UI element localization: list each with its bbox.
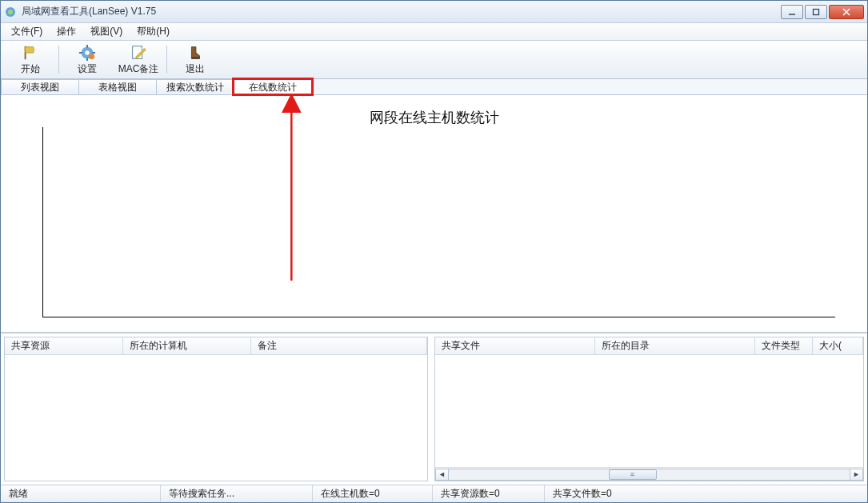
scroll-thumb[interactable]: ≡ <box>609 469 657 480</box>
col-note[interactable]: 备注 <box>251 337 427 354</box>
scroll-right-button[interactable]: ► <box>850 469 863 481</box>
chart-title: 网段在线主机数统计 <box>1 108 867 127</box>
col-directory[interactable]: 所在的目录 <box>595 337 755 354</box>
toolbar-settings-label: 设置 <box>78 62 97 76</box>
minimize-button[interactable] <box>781 5 803 19</box>
shared-resources-panel: 共享资源 所在的计算机 备注 <box>4 337 428 481</box>
col-share-resource[interactable]: 共享资源 <box>5 337 123 354</box>
chart-xaxis <box>42 317 835 317</box>
col-size[interactable]: 大小( <box>813 337 863 354</box>
toolbar-separator <box>58 46 59 74</box>
svg-point-12 <box>89 53 94 58</box>
note-icon <box>130 44 147 62</box>
boot-icon <box>186 44 204 62</box>
menu-operate[interactable]: 操作 <box>50 23 83 40</box>
tab-searchstat[interactable]: 搜索次数统计 <box>156 79 234 94</box>
menu-help[interactable]: 帮助(H) <box>130 23 177 40</box>
svg-point-7 <box>85 50 90 55</box>
toolbar-settings-button[interactable]: 设置 <box>62 42 112 77</box>
tab-listview[interactable]: 列表视图 <box>1 79 79 94</box>
col-file-type[interactable]: 文件类型 <box>755 337 813 354</box>
scroll-track[interactable]: ≡ <box>449 469 850 481</box>
chart-area: 网段在线主机数统计 <box>1 95 867 333</box>
horizontal-scrollbar[interactable]: ◄ ≡ ► <box>435 467 863 481</box>
scroll-left-button[interactable]: ◄ <box>435 469 449 481</box>
toolbar-separator <box>166 46 167 74</box>
flag-icon <box>22 44 39 62</box>
toolbar-start-button[interactable]: 开始 <box>6 42 55 77</box>
window-title: 局域网查看工具(LanSee) V1.75 <box>22 5 781 18</box>
toolbar-start-label: 开始 <box>21 62 40 76</box>
chart-yaxis <box>42 127 43 317</box>
status-shared-resources: 共享资源数=0 <box>433 485 545 502</box>
app-window: 局域网查看工具(LanSee) V1.75 文件(F) 操作 视图(V) 帮助(… <box>0 0 868 503</box>
menubar: 文件(F) 操作 视图(V) 帮助(H) <box>1 23 867 41</box>
tabs: 列表视图 表格视图 搜索次数统计 在线数统计 <box>1 79 867 95</box>
tab-onlinestat[interactable]: 在线数统计 <box>234 79 312 94</box>
window-buttons <box>781 5 864 19</box>
status-waiting: 等待搜索任务... <box>161 485 313 502</box>
left-panel-body[interactable] <box>5 355 427 481</box>
statusbar: 就绪 等待搜索任务... 在线主机数=0 共享资源数=0 共享文件数=0 <box>1 485 867 502</box>
left-column-headers: 共享资源 所在的计算机 备注 <box>5 337 427 355</box>
menu-view[interactable]: 视图(V) <box>83 23 130 40</box>
menu-file[interactable]: 文件(F) <box>4 23 50 40</box>
status-ready: 就绪 <box>1 485 161 502</box>
col-computer[interactable]: 所在的计算机 <box>123 337 251 354</box>
tab-tableview[interactable]: 表格视图 <box>78 79 157 94</box>
content-area: 列表视图 表格视图 搜索次数统计 在线数统计 网段在线主机数统计 共享资源 所在… <box>1 79 867 485</box>
chart-axes <box>42 127 835 317</box>
toolbar-macnote-label: MAC备注 <box>118 62 159 76</box>
toolbar-exit-label: 退出 <box>186 62 205 76</box>
toolbar-macnote-button[interactable]: MAC备注 <box>114 42 163 77</box>
right-column-headers: 共享文件 所在的目录 文件类型 大小( <box>435 337 863 355</box>
status-online-hosts: 在线主机数=0 <box>313 485 433 502</box>
svg-rect-3 <box>814 9 819 14</box>
right-panel-body[interactable] <box>435 355 863 467</box>
app-icon <box>4 6 17 18</box>
toolbar: 开始 设置 MAC备注 退出 <box>1 41 867 79</box>
col-share-file[interactable]: 共享文件 <box>435 337 595 354</box>
toolbar-exit-button[interactable]: 退出 <box>170 42 220 77</box>
maximize-button[interactable] <box>805 5 827 19</box>
close-button[interactable] <box>829 5 864 19</box>
status-shared-files: 共享文件数=0 <box>545 485 867 502</box>
shared-files-panel: 共享文件 所在的目录 文件类型 大小( ◄ ≡ ► <box>434 337 864 481</box>
bottom-panels: 共享资源 所在的计算机 备注 共享文件 所在的目录 文件类型 大小( ◄ ≡ <box>1 333 867 485</box>
svg-point-1 <box>8 10 13 14</box>
gear-icon <box>78 44 96 62</box>
titlebar[interactable]: 局域网查看工具(LanSee) V1.75 <box>1 1 867 23</box>
